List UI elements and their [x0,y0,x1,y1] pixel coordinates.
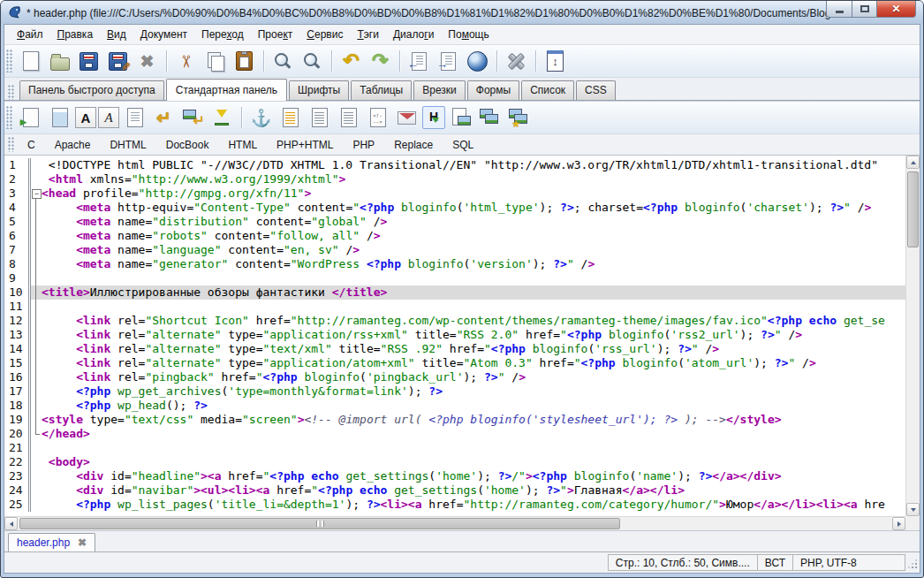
maximize-button[interactable] [852,1,877,18]
resize-grip-icon[interactable] [905,554,920,571]
anchor-icon[interactable] [247,105,275,130]
indent-icon[interactable] [435,49,462,73]
scroll-down-button[interactable] [906,503,920,516]
vertical-scrollbar[interactable] [905,156,920,516]
snippet-tab-DocBook[interactable]: DocBook [156,136,219,154]
menu-item-6[interactable]: Проект [251,26,300,43]
snippet-tab-SQL[interactable]: SQL [443,136,483,154]
scroll-right-button[interactable] [892,517,905,530]
code-area[interactable]: 1 <!DOCTYPE html PUBLIC "-//W3C//DTD XHT… [4,156,905,516]
line-number: 7 [4,243,31,257]
code-line: 9 [4,271,905,285]
tab-CSS[interactable]: CSS [576,80,616,100]
line-number: 2 [4,172,31,186]
code-text [42,300,905,314]
save-as-icon[interactable] [104,49,132,73]
menu-item-9[interactable]: Диалоги [386,26,441,43]
undo-icon[interactable] [337,49,365,73]
email-icon[interactable] [393,105,420,130]
italic-icon[interactable] [98,107,119,128]
snippet-tab-Apache[interactable]: Apache [45,136,101,154]
unindent-icon[interactable] [405,49,433,73]
toolbar-drag-handle[interactable] [6,49,13,72]
heading-icon[interactable] [422,106,445,129]
menu-item-8[interactable]: Тэги [350,26,386,43]
document-tab-bar: header.php [4,530,920,552]
tab-Стандартная панель[interactable]: Стандартная панель [166,79,287,101]
menu-item-1[interactable]: Файл [10,26,50,43]
code-text: <link rel="Shortcut Icon" href="http://r… [42,314,905,328]
code-line: 10<title>Иллюстрированные обзоры фантаст… [4,285,905,300]
save-icon[interactable] [75,49,102,73]
tab-Шрифты[interactable]: Шрифты [289,80,349,100]
new-icon[interactable] [17,49,44,73]
open-icon[interactable] [46,49,73,73]
thumbnail-icon[interactable] [476,105,504,130]
snippet-tabbar-drag-handle[interactable] [8,137,15,151]
horizontal-scrollbar[interactable] [4,516,905,530]
doc-tab-header.php[interactable]: header.php [8,533,95,551]
snippet-tab-Replace[interactable]: Replace [384,136,443,154]
menu-item-5[interactable]: Переход [194,26,251,43]
bold-icon[interactable] [75,107,96,128]
menu-item-4[interactable]: Документ [133,26,194,43]
close-tab-icon[interactable] [78,538,87,547]
preferences-icon[interactable] [503,49,530,73]
snippet-tab-C[interactable]: C [18,136,45,154]
fullscreen-icon[interactable] [542,49,569,73]
tab-Формы[interactable]: Формы [467,80,519,100]
par-center-icon[interactable] [306,105,333,130]
par-right-icon[interactable] [335,105,362,130]
snippet-tab-PHP[interactable]: PHP [343,136,384,154]
line-number: 11 [4,300,31,314]
menu-item-10[interactable]: Помощь [441,26,496,43]
horizontal-scroll-thumb[interactable] [19,518,620,529]
code-line: 11 [4,300,905,314]
code-line: 16 <link rel="pingback" href="<?php blog… [4,370,905,384]
panel-tabbar-drag-handle[interactable] [8,85,15,101]
title-bar[interactable]: * header.php (file:///C:/Users/%D0%90%D0… [1,1,923,24]
menu-item-7[interactable]: Сервис [299,26,350,43]
par-left-icon[interactable] [276,105,304,130]
tab-Врезки[interactable]: Врезки [413,80,466,100]
image-icon[interactable] [447,105,474,130]
browser-preview-icon[interactable] [464,49,491,73]
copy-icon[interactable] [201,49,229,73]
vertical-scroll-thumb[interactable] [907,171,919,247]
tab-Панель быстрого доступа[interactable]: Панель быстрого доступа [19,80,164,100]
fold-margin [31,172,42,186]
find-replace-icon[interactable] [299,49,326,73]
filetype-encoding-status: PHP, UTF-8 [792,554,905,571]
quickstart-icon[interactable] [17,105,44,130]
paste-icon[interactable] [231,49,258,73]
paragraph-icon[interactable] [121,105,148,130]
tab-Таблицы[interactable]: Таблицы [351,80,412,100]
html-toolbar-drag-handle[interactable] [6,106,13,128]
cut-icon[interactable] [172,49,200,73]
tab-Список[interactable]: Список [521,80,574,100]
snippet-tab-DHTML[interactable]: DHTML [100,136,155,154]
fold-marker[interactable] [31,186,42,201]
close-button[interactable]: ✕ [876,1,916,18]
toolbar-separator [166,50,167,72]
snippet-tab-PHP+HTML[interactable]: PHP+HTML [267,136,343,154]
body-icon[interactable] [46,105,73,130]
redo-icon[interactable] [367,49,394,73]
break-clear-icon[interactable] [179,105,207,130]
comment-icon[interactable] [364,105,391,130]
menu-item-3[interactable]: Вид [100,26,133,43]
code-text: <meta http-equiv="Content-Type" content=… [42,201,905,215]
code-text: <meta name="robots" content="follow, all… [42,229,905,243]
break-icon[interactable] [150,105,178,130]
minimize-button[interactable] [826,1,852,18]
fold-marker [31,413,42,427]
snippet-tab-HTML[interactable]: HTML [218,136,267,154]
menu-item-2[interactable]: Правка [50,26,101,43]
find-icon[interactable] [269,49,297,73]
window-title: * header.php (file:///C:/Users/%D0%90%D0… [27,6,918,19]
scroll-left-button[interactable] [4,517,18,530]
multi-thumbnail-icon[interactable] [505,105,533,130]
scroll-up-button[interactable] [906,156,920,169]
nbsp-icon[interactable] [208,105,236,130]
close-doc-icon[interactable] [133,49,161,73]
